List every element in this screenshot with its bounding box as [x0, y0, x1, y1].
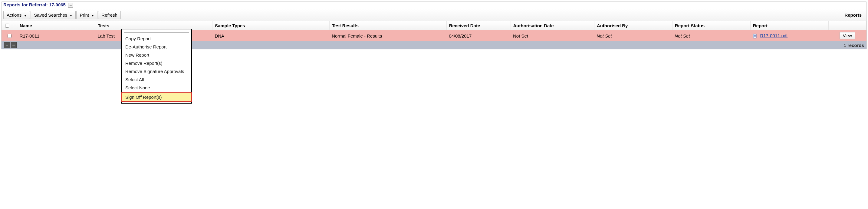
- saved-searches-label: Saved Searches: [34, 12, 67, 18]
- actions-button[interactable]: Actions ▼: [3, 11, 30, 19]
- menu-deauthorise-report[interactable]: De-Authorise Report: [122, 43, 191, 51]
- panel-title: Reports for Referral: 17-0065: [3, 2, 66, 7]
- col-header-report-status[interactable]: Report Status: [672, 21, 750, 30]
- menu-copy-report[interactable]: Copy Report: [122, 34, 191, 43]
- cell-received-date: 04/08/2017: [446, 30, 510, 41]
- actions-label: Actions: [7, 12, 22, 18]
- remove-row-button[interactable]: −: [10, 42, 17, 48]
- collapse-button[interactable]: −: [68, 3, 73, 7]
- cell-sample-types: DNA: [212, 30, 329, 41]
- toolbar: Actions ▼ Saved Searches ▼ Print ▼ Refre…: [1, 9, 867, 21]
- row-checkbox[interactable]: [7, 34, 11, 38]
- view-button[interactable]: View: [840, 32, 855, 39]
- records-count: 1 records: [843, 43, 864, 48]
- col-header-report[interactable]: Report: [750, 21, 828, 30]
- refresh-button[interactable]: Refresh: [98, 11, 121, 19]
- saved-searches-button[interactable]: Saved Searches ▼: [31, 11, 76, 19]
- col-header-auth-by[interactable]: Authorised By: [594, 21, 672, 30]
- col-header-auth-date[interactable]: Authorisation Date: [510, 21, 594, 30]
- document-icon: [753, 34, 757, 38]
- col-header-received-date[interactable]: Received Date: [446, 21, 510, 30]
- col-header-name[interactable]: Name: [17, 21, 95, 30]
- col-header-sample-types[interactable]: Sample Types: [212, 21, 329, 30]
- toolbar-right-label: Reports: [844, 12, 865, 18]
- caret-down-icon: ▼: [70, 14, 73, 17]
- print-button[interactable]: Print ▼: [76, 11, 97, 19]
- cell-test-results: Normal Female - Results: [329, 30, 446, 41]
- row-add-remove: + −: [4, 42, 17, 48]
- select-all-checkbox[interactable]: [5, 24, 9, 28]
- caret-down-icon: ▼: [24, 14, 27, 17]
- add-row-button[interactable]: +: [4, 42, 10, 48]
- cell-report-status: Not Set: [672, 30, 750, 41]
- report-link[interactable]: R17-0011.pdf: [760, 33, 787, 38]
- caret-down-icon: ▼: [91, 14, 94, 17]
- col-header-test-results[interactable]: Test Results: [329, 21, 446, 30]
- cell-auth-date: Not Set: [510, 30, 594, 41]
- context-menu: Copy Report De-Authorise Report New Repo…: [121, 29, 192, 51]
- col-header-action: [828, 21, 866, 30]
- refresh-label: Refresh: [101, 12, 117, 18]
- cell-auth-by: Not Set: [594, 30, 672, 41]
- cell-name: R17-0011: [17, 30, 95, 41]
- panel-header: Reports for Referral: 17-0065 −: [1, 1, 867, 9]
- col-header-checkbox: [1, 21, 17, 30]
- svg-rect-0: [753, 34, 756, 38]
- print-label: Print: [80, 12, 89, 18]
- cell-report: R17-0011.pdf: [750, 30, 828, 41]
- menu-separator: [124, 32, 189, 33]
